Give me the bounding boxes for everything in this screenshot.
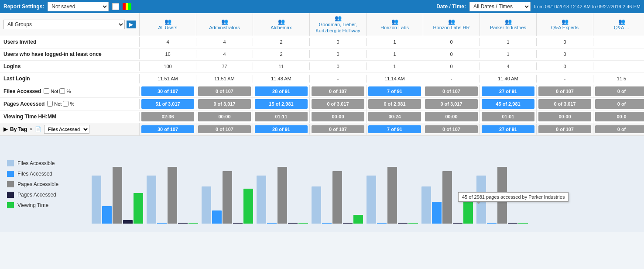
chart-bar[interactable]: [408, 223, 418, 224]
square-icon: [112, 3, 119, 10]
chart-bar[interactable]: [387, 167, 397, 224]
bar-text: 0 of 3,017: [327, 101, 349, 107]
by-tag-bar: 0 of: [595, 125, 644, 133]
chart-bar[interactable]: [442, 171, 452, 224]
col-header-administrators[interactable]: 👥 Administrators: [196, 13, 253, 36]
chart-bar[interactable]: [367, 176, 376, 224]
bar-wrapper: 00:0: [595, 112, 644, 121]
legend-item: Files Accessed: [7, 171, 80, 177]
bar-wrapper: 0 of 3,017: [538, 99, 591, 109]
bar-cell: 00:00: [537, 110, 593, 123]
chart-bar[interactable]: [134, 193, 143, 224]
date-time-label: Date / Time:: [436, 3, 466, 10]
chart-bar[interactable]: [243, 189, 253, 224]
legend-item: Pages Accessible: [7, 181, 80, 187]
by-tag-cell: 0 of 107: [196, 124, 253, 134]
data-cell: 4: [196, 50, 253, 58]
chart-bar[interactable]: [332, 171, 342, 224]
alchemax-link[interactable]: Alchemax: [271, 25, 291, 30]
report-settings-select[interactable]: Not saved: [48, 2, 109, 11]
data-row: Logins100771101040: [0, 61, 644, 73]
by-tag-bar-text: 0 of 107: [442, 127, 460, 132]
chart-bar[interactable]: [377, 223, 387, 224]
chart-bar[interactable]: [202, 186, 211, 224]
bar-cell: 0 of 107: [423, 85, 480, 97]
chart-bar[interactable]: [298, 223, 308, 224]
tag-select[interactable]: Files Accessed: [44, 125, 89, 134]
by-tag-bar: 0 of 107: [198, 125, 251, 133]
not-checkbox[interactable]: [44, 88, 49, 94]
chart-bar[interactable]: [398, 223, 408, 224]
chart-bar[interactable]: [123, 220, 133, 224]
chart-bar[interactable]: [147, 176, 156, 224]
chart-bar[interactable]: [168, 167, 177, 224]
col-header-horizon-labs[interactable]: 👥 Horizon Labs: [367, 13, 423, 36]
bar-data-row: Pages Accessed Not %51 of 3,0170 of 3,01…: [0, 98, 644, 110]
expand-icon[interactable]: ▶: [3, 126, 7, 132]
chart-bar[interactable]: [178, 223, 188, 224]
bar-group: [92, 167, 143, 224]
chart-bar[interactable]: [487, 223, 497, 224]
bar-cell: 30 of 107: [140, 85, 196, 97]
chart-bar[interactable]: [233, 223, 243, 224]
horizon-labs-link[interactable]: Horizon Labs: [380, 25, 409, 30]
qa-experts-icon: 👥: [562, 18, 569, 25]
bar-cell: 0 of 3,017: [423, 98, 480, 110]
chart-bar[interactable]: [508, 223, 517, 224]
col-header-horizon-labs-hr[interactable]: 👥 Horizon Labs HR: [423, 13, 480, 36]
qa-experts-link[interactable]: Q&A Experts: [551, 25, 579, 30]
administrators-link[interactable]: Administrators: [209, 25, 240, 30]
bar-cell: 0 of 3,017: [537, 98, 593, 110]
pct-checkbox[interactable]: [63, 101, 69, 107]
chart-bar[interactable]: [113, 167, 122, 224]
col-header-qa[interactable]: 👥 Q&A ...: [593, 13, 644, 36]
goodman-link[interactable]: Goodman, Lieber, Kurtzberg & Holliway: [312, 21, 363, 34]
chart-bar[interactable]: [223, 171, 232, 224]
parker-link[interactable]: Parker Industries: [490, 25, 526, 30]
not-checkbox[interactable]: [47, 101, 53, 107]
pct-checkbox[interactable]: [59, 88, 65, 94]
chart-bar[interactable]: [453, 223, 462, 224]
double-arrow-icon: »: [30, 127, 32, 131]
horizon-labs-hr-link[interactable]: Horizon Labs HR: [433, 25, 470, 30]
chart-bar[interactable]: [92, 176, 101, 224]
col-header-goodman[interactable]: 👥 Goodman, Lieber, Kurtzberg & Holliway: [310, 13, 367, 36]
chart-bar[interactable]: [518, 223, 528, 224]
col-header-qa-experts[interactable]: 👥 Q&A Experts: [537, 13, 593, 36]
data-cell: 100: [140, 62, 196, 70]
chart-bar[interactable]: [312, 186, 321, 224]
chart-bar[interactable]: [188, 223, 198, 224]
chart-bar[interactable]: [288, 223, 298, 224]
chart-bar[interactable]: [157, 223, 167, 224]
bar-text: 30 of 107: [158, 89, 178, 94]
all-users-link[interactable]: All Users: [158, 25, 177, 30]
chart-bar[interactable]: [212, 210, 222, 224]
col-header-alchemax[interactable]: 👥 Alchemax: [253, 13, 310, 36]
by-tag-bar: 27 of 91: [482, 125, 534, 133]
qa-link[interactable]: Q&A ...: [614, 25, 629, 30]
date-time-select[interactable]: All Dates / Times: [469, 2, 531, 11]
chart-bar[interactable]: [343, 223, 353, 224]
chart-bar[interactable]: [277, 167, 287, 224]
table-container: All Groups ▶ 👥 All Users 👥 Administrator…: [0, 13, 644, 136]
chart-bar[interactable]: [353, 215, 363, 224]
chart-bar[interactable]: [432, 202, 442, 224]
chart-bar[interactable]: [102, 206, 112, 224]
chart-bar[interactable]: [322, 223, 332, 224]
col-header-parker[interactable]: 👥 Parker Industries: [480, 13, 537, 36]
group-arrow-button[interactable]: ▶: [127, 21, 136, 28]
bar-text: 0 of 107: [556, 89, 574, 94]
bar-cell: 02:36: [140, 110, 196, 123]
chart-bar[interactable]: [267, 223, 277, 224]
by-tag-bar: 0 of 107: [312, 125, 364, 133]
col-header-all-users[interactable]: 👥 All Users: [140, 13, 196, 36]
bar-cell: 00:0: [593, 110, 644, 123]
chart-bar[interactable]: [421, 186, 431, 224]
chart-bar[interactable]: [257, 176, 266, 224]
bar-cell: 00:00: [196, 110, 253, 123]
horizon-labs-hr-icon: 👥: [448, 18, 455, 25]
row-label: Last Login: [0, 74, 140, 83]
qa-icon: 👥: [618, 18, 625, 25]
group-select[interactable]: All Groups: [3, 20, 125, 29]
top-bar: Report Settings: Not saved Date / Time: …: [0, 0, 644, 13]
